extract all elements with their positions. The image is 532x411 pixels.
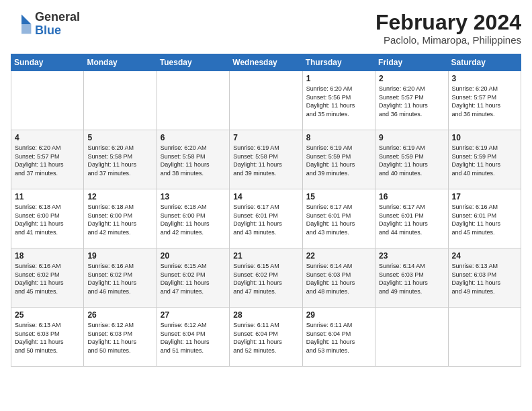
day-number: 10 (452, 133, 517, 142)
calendar-cell: 6Sunrise: 6:20 AM Sunset: 5:58 PM Daylig… (157, 130, 229, 189)
header-cell-thursday: Thursday (302, 54, 375, 71)
logo-general-text: General (35, 11, 80, 24)
cell-info: Sunrise: 6:18 AM Sunset: 6:00 PM Dayligh… (15, 203, 80, 236)
calendar-cell: 17Sunrise: 6:16 AM Sunset: 6:01 PM Dayli… (448, 189, 521, 248)
calendar-cell: 28Sunrise: 6:11 AM Sunset: 6:04 PM Dayli… (230, 308, 302, 367)
calendar-cell: 2Sunrise: 6:20 AM Sunset: 5:57 PM Daylig… (375, 71, 448, 130)
calendar-cell: 11Sunrise: 6:18 AM Sunset: 6:00 PM Dayli… (11, 189, 84, 248)
day-number: 18 (15, 251, 80, 261)
calendar-cell: 3Sunrise: 6:20 AM Sunset: 5:57 PM Daylig… (448, 71, 521, 130)
calendar-table: SundayMondayTuesdayWednesdayThursdayFrid… (11, 54, 521, 367)
calendar-cell: 9Sunrise: 6:19 AM Sunset: 5:59 PM Daylig… (375, 130, 448, 189)
calendar-cell (157, 71, 229, 130)
day-number: 7 (233, 133, 298, 142)
calendar-cell: 16Sunrise: 6:17 AM Sunset: 6:01 PM Dayli… (375, 189, 448, 248)
calendar-week-row: 25Sunrise: 6:13 AM Sunset: 6:03 PM Dayli… (11, 308, 521, 367)
cell-info: Sunrise: 6:20 AM Sunset: 5:56 PM Dayligh… (306, 85, 371, 118)
day-number: 9 (379, 133, 444, 142)
header-cell-friday: Friday (375, 54, 448, 71)
cell-info: Sunrise: 6:16 AM Sunset: 6:02 PM Dayligh… (87, 262, 152, 295)
cell-info: Sunrise: 6:11 AM Sunset: 6:04 PM Dayligh… (306, 321, 371, 355)
calendar-cell: 20Sunrise: 6:15 AM Sunset: 6:02 PM Dayli… (157, 248, 229, 308)
calendar-cell: 24Sunrise: 6:13 AM Sunset: 6:03 PM Dayli… (448, 248, 521, 308)
cell-info: Sunrise: 6:19 AM Sunset: 5:59 PM Dayligh… (306, 144, 371, 177)
day-number: 3 (452, 74, 517, 83)
header-cell-monday: Monday (84, 54, 157, 71)
cell-info: Sunrise: 6:17 AM Sunset: 6:01 PM Dayligh… (379, 203, 444, 236)
location-subtitle: Paclolo, Mimaropa, Philippines (375, 34, 521, 46)
calendar-cell: 13Sunrise: 6:18 AM Sunset: 6:00 PM Dayli… (157, 189, 229, 248)
calendar-cell: 8Sunrise: 6:19 AM Sunset: 5:59 PM Daylig… (302, 130, 375, 189)
day-number: 16 (379, 192, 444, 201)
calendar-cell (11, 71, 84, 130)
day-number: 22 (306, 251, 371, 261)
calendar-cell (230, 71, 302, 130)
logo: General Blue (11, 11, 80, 38)
calendar-cell: 15Sunrise: 6:17 AM Sunset: 6:01 PM Dayli… (302, 189, 375, 248)
cell-info: Sunrise: 6:19 AM Sunset: 5:59 PM Dayligh… (452, 144, 517, 177)
calendar-body: 1Sunrise: 6:20 AM Sunset: 5:56 PM Daylig… (11, 71, 521, 367)
cell-info: Sunrise: 6:13 AM Sunset: 6:03 PM Dayligh… (15, 321, 80, 355)
cell-info: Sunrise: 6:12 AM Sunset: 6:03 PM Dayligh… (87, 321, 152, 355)
cell-info: Sunrise: 6:15 AM Sunset: 6:02 PM Dayligh… (233, 262, 298, 295)
calendar-cell: 18Sunrise: 6:16 AM Sunset: 6:02 PM Dayli… (11, 248, 84, 308)
calendar-cell: 26Sunrise: 6:12 AM Sunset: 6:03 PM Dayli… (84, 308, 157, 367)
cell-info: Sunrise: 6:16 AM Sunset: 6:01 PM Dayligh… (452, 203, 517, 236)
calendar-cell: 12Sunrise: 6:18 AM Sunset: 6:00 PM Dayli… (84, 189, 157, 248)
day-number: 6 (161, 133, 226, 142)
day-number: 1 (306, 74, 371, 83)
day-number: 2 (379, 74, 444, 83)
day-number: 23 (379, 251, 444, 261)
page-header: General Blue February 2024 Paclolo, Mima… (11, 11, 521, 46)
cell-info: Sunrise: 6:14 AM Sunset: 6:03 PM Dayligh… (306, 262, 371, 295)
calendar-cell: 23Sunrise: 6:14 AM Sunset: 6:03 PM Dayli… (375, 248, 448, 308)
calendar-cell: 5Sunrise: 6:20 AM Sunset: 5:58 PM Daylig… (84, 130, 157, 189)
day-number: 13 (161, 192, 226, 201)
calendar-week-row: 1Sunrise: 6:20 AM Sunset: 5:56 PM Daylig… (11, 71, 521, 130)
cell-info: Sunrise: 6:20 AM Sunset: 5:58 PM Dayligh… (87, 144, 152, 177)
calendar-cell: 21Sunrise: 6:15 AM Sunset: 6:02 PM Dayli… (230, 248, 302, 308)
header-cell-tuesday: Tuesday (157, 54, 229, 71)
day-number: 21 (233, 251, 298, 261)
cell-info: Sunrise: 6:16 AM Sunset: 6:02 PM Dayligh… (15, 262, 80, 295)
header-row: SundayMondayTuesdayWednesdayThursdayFrid… (11, 54, 521, 71)
day-number: 12 (87, 192, 152, 201)
cell-info: Sunrise: 6:17 AM Sunset: 6:01 PM Dayligh… (233, 203, 298, 236)
calendar-cell (375, 308, 448, 367)
calendar-cell: 14Sunrise: 6:17 AM Sunset: 6:01 PM Dayli… (230, 189, 302, 248)
month-year-title: February 2024 (375, 11, 521, 34)
calendar-header: SundayMondayTuesdayWednesdayThursdayFrid… (11, 54, 521, 71)
day-number: 24 (452, 251, 517, 261)
cell-info: Sunrise: 6:13 AM Sunset: 6:03 PM Dayligh… (452, 262, 517, 295)
svg-marker-0 (21, 14, 31, 24)
cell-info: Sunrise: 6:20 AM Sunset: 5:57 PM Dayligh… (379, 85, 444, 118)
logo-icon (11, 13, 32, 35)
day-number: 5 (87, 133, 152, 142)
header-cell-sunday: Sunday (11, 54, 84, 71)
day-number: 8 (306, 133, 371, 142)
title-block: February 2024 Paclolo, Mimaropa, Philipp… (375, 11, 521, 46)
logo-blue-text: Blue (35, 24, 80, 38)
cell-info: Sunrise: 6:11 AM Sunset: 6:04 PM Dayligh… (233, 321, 298, 355)
day-number: 15 (306, 192, 371, 201)
calendar-cell: 19Sunrise: 6:16 AM Sunset: 6:02 PM Dayli… (84, 248, 157, 308)
calendar-cell: 22Sunrise: 6:14 AM Sunset: 6:03 PM Dayli… (302, 248, 375, 308)
calendar-cell: 1Sunrise: 6:20 AM Sunset: 5:56 PM Daylig… (302, 71, 375, 130)
calendar-cell: 29Sunrise: 6:11 AM Sunset: 6:04 PM Dayli… (302, 308, 375, 367)
day-number: 17 (452, 192, 517, 201)
cell-info: Sunrise: 6:17 AM Sunset: 6:01 PM Dayligh… (306, 203, 371, 236)
day-number: 14 (233, 192, 298, 201)
calendar-week-row: 4Sunrise: 6:20 AM Sunset: 5:57 PM Daylig… (11, 130, 521, 189)
day-number: 11 (15, 192, 80, 201)
day-number: 20 (161, 251, 226, 261)
calendar-cell: 10Sunrise: 6:19 AM Sunset: 5:59 PM Dayli… (448, 130, 521, 189)
day-number: 28 (233, 310, 298, 320)
cell-info: Sunrise: 6:20 AM Sunset: 5:57 PM Dayligh… (15, 144, 80, 177)
calendar-cell (84, 71, 157, 130)
calendar-cell (448, 308, 521, 367)
cell-info: Sunrise: 6:14 AM Sunset: 6:03 PM Dayligh… (379, 262, 444, 295)
cell-info: Sunrise: 6:19 AM Sunset: 5:58 PM Dayligh… (233, 144, 298, 177)
calendar-cell: 27Sunrise: 6:12 AM Sunset: 6:04 PM Dayli… (157, 308, 229, 367)
svg-marker-1 (21, 24, 31, 34)
calendar-cell: 4Sunrise: 6:20 AM Sunset: 5:57 PM Daylig… (11, 130, 84, 189)
